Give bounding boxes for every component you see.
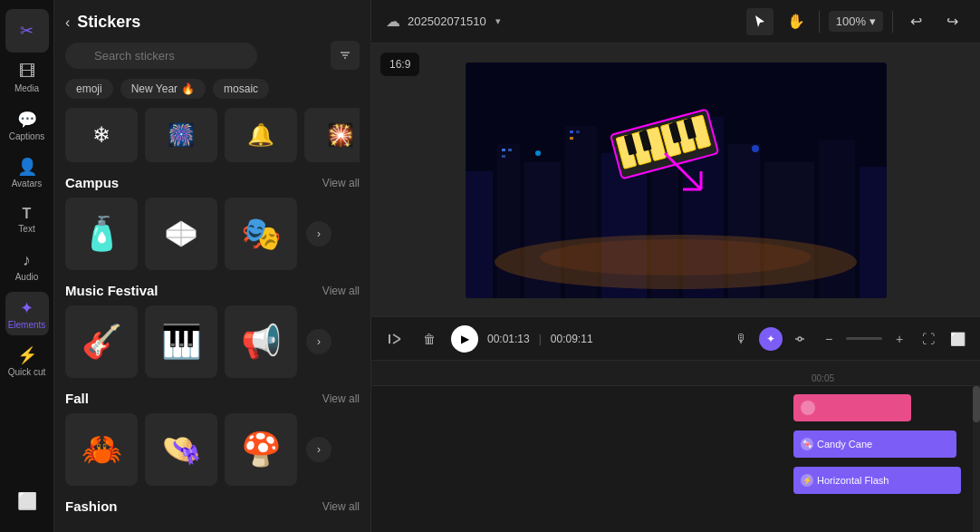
nav-item-quickcut[interactable]: ⚡ Quick cut xyxy=(5,339,49,382)
music-sticker-2[interactable]: 🎹 xyxy=(145,305,217,378)
undo-button[interactable]: ↩ xyxy=(902,8,929,35)
timeline-scrollbar-thumb[interactable] xyxy=(973,386,980,422)
avatars-icon: 👤 xyxy=(17,157,37,177)
captions-icon: 💬 xyxy=(17,110,37,130)
campus-view-all[interactable]: View all xyxy=(322,177,360,189)
nav-item-audio[interactable]: ♪ Audio xyxy=(5,245,49,288)
mic-button[interactable]: 🎙 xyxy=(730,327,754,351)
sticker-top-2[interactable]: 🎆 xyxy=(145,108,217,162)
split-tool-button[interactable] xyxy=(382,326,408,352)
nav-item-media[interactable]: 🎞 Media xyxy=(5,56,49,100)
subtitle-toggle-button[interactable]: ⬜ xyxy=(946,327,969,351)
svg-rect-25 xyxy=(508,149,512,151)
panel-title: Stickers xyxy=(77,13,140,32)
fall-sticker-3[interactable]: 🍄 xyxy=(225,413,297,486)
campus-stickers: 🧴 🎭 › xyxy=(65,198,360,270)
top-toolbar: ☁ 202502071510 ▾ ✋ 100% ▾ ↩ ↪ xyxy=(371,0,980,44)
candy-icon: 🍬 xyxy=(801,438,813,450)
main-area: ☁ 202502071510 ▾ ✋ 100% ▾ ↩ ↪ 16:9 xyxy=(371,0,980,532)
zoom-minus-button[interactable]: − xyxy=(817,327,841,351)
music-sticker-1[interactable]: 🎸 xyxy=(65,305,138,378)
fall-sticker-2[interactable]: 👒 xyxy=(145,413,217,486)
delete-button[interactable]: 🗑 xyxy=(417,326,442,352)
fall-title: Fall xyxy=(65,391,89,406)
toolbar-left: ☁ 202502071510 ▾ xyxy=(386,13,501,30)
nav-item-captions[interactable]: 💬 Captions xyxy=(5,103,49,147)
tag-emoji[interactable]: emoji xyxy=(65,79,113,99)
zoom-control[interactable]: 100% ▾ xyxy=(829,11,883,32)
flash-icon: ⚡ xyxy=(801,474,813,487)
play-button[interactable]: ▶ xyxy=(451,325,478,353)
section-music-header: Music Festival View all xyxy=(65,283,360,298)
tag-mosaic[interactable]: mosaic xyxy=(213,79,269,99)
current-time: 00:01:13 xyxy=(487,333,530,345)
candy-cane-clip[interactable]: 🍬 Candy Cane xyxy=(793,430,956,458)
fall-next-button[interactable]: › xyxy=(306,437,331,462)
svg-rect-24 xyxy=(502,149,505,151)
tag-new-year[interactable]: New Year 🔥 xyxy=(120,79,206,99)
text-icon: T xyxy=(23,206,32,222)
upload-icon[interactable]: ☁ xyxy=(386,13,400,30)
campus-sticker-3[interactable]: 🎭 xyxy=(225,198,297,270)
timeline-ruler: 00:05 00:10 00:20 xyxy=(371,361,980,386)
fall-sticker-1[interactable]: 🦀 xyxy=(65,413,138,486)
section-fall-header: Fall View all xyxy=(65,391,360,406)
playback-bar: 🗑 ▶ 00:01:13 | 00:09:11 🎙 ✦ − + ⛶ ⬜ xyxy=(371,316,980,360)
sticker-top-1[interactable]: ❄ xyxy=(65,108,138,162)
back-button[interactable]: ‹ xyxy=(65,15,70,31)
zoom-plus-button[interactable]: + xyxy=(888,327,911,351)
svg-point-21 xyxy=(535,150,541,156)
section-campus: Campus View all 🧴 🎭 › xyxy=(65,175,360,270)
panel-header: ‹ Stickers xyxy=(54,0,370,41)
redo-button[interactable]: ↪ xyxy=(938,8,966,35)
horizontal-flash-clip[interactable]: ⚡ Horizontal Flash xyxy=(793,467,961,494)
track-content-video xyxy=(793,394,980,421)
timeline-tracks: 🍬 Candy Cane ⚡ Horizontal Flash xyxy=(371,386,980,532)
nav-item-text[interactable]: T Text xyxy=(5,198,49,241)
search-input[interactable] xyxy=(65,43,257,69)
svg-line-48 xyxy=(393,334,400,339)
project-dropdown-icon[interactable]: ▾ xyxy=(495,15,501,27)
timeline-scrollbar[interactable] xyxy=(973,386,980,532)
svg-line-49 xyxy=(393,339,400,343)
music-festival-stickers: 🎸 🎹 📢 › xyxy=(65,305,360,378)
nav-logo[interactable]: ✂ xyxy=(5,9,49,53)
top-sticker-row: ❄ 🎆 🔔 🎇 xyxy=(65,108,360,162)
fashion-view-all[interactable]: View all xyxy=(322,500,360,513)
svg-point-23 xyxy=(752,145,759,152)
city-background xyxy=(466,63,887,298)
table-row: ⚡ Horizontal Flash xyxy=(371,464,980,497)
nav-item-avatars[interactable]: 👤 Avatars xyxy=(5,150,49,194)
music-next-button[interactable]: › xyxy=(306,329,331,354)
music-sticker-3[interactable]: 📢 xyxy=(225,305,297,378)
video-preview xyxy=(466,63,887,298)
scissors-icon: ✂ xyxy=(20,21,34,41)
project-name: 202502071510 xyxy=(408,15,486,28)
nav-item-elements[interactable]: ✦ Elements xyxy=(5,292,49,335)
filter-button[interactable] xyxy=(331,41,360,70)
fullscreen-button[interactable]: ⛶ xyxy=(917,327,940,351)
pointer-tool-button[interactable] xyxy=(746,8,773,35)
campus-next-button[interactable]: › xyxy=(306,221,331,247)
music-festival-view-all[interactable]: View all xyxy=(322,285,360,297)
video-clip[interactable] xyxy=(793,394,911,421)
toolbar-divider xyxy=(819,11,820,33)
fall-view-all[interactable]: View all xyxy=(322,392,360,405)
campus-sticker-1[interactable]: 🧴 xyxy=(65,198,138,270)
zoom-slider[interactable] xyxy=(846,337,882,340)
svg-point-20 xyxy=(540,239,812,276)
total-time: 00:09:11 xyxy=(551,333,593,345)
hand-tool-button[interactable]: ✋ xyxy=(783,8,810,35)
aspect-ratio-button[interactable]: 16:9 xyxy=(380,53,419,76)
campus-title: Campus xyxy=(65,175,119,190)
split-audio-button[interactable] xyxy=(788,327,812,351)
svg-rect-26 xyxy=(502,155,505,158)
music-festival-title: Music Festival xyxy=(65,283,159,298)
sticker-scroll: ❄ 🎆 🔔 🎇 Campus View all 🧴 xyxy=(54,108,370,532)
sticker-top-3[interactable]: 🔔 xyxy=(225,108,297,162)
sticker-top-4[interactable]: 🎇 xyxy=(304,108,360,162)
magic-button[interactable]: ✦ xyxy=(759,327,783,351)
nav-item-subtitles[interactable]: ⬜ xyxy=(5,479,49,523)
campus-sticker-2[interactable] xyxy=(145,198,217,270)
track-content-flash: ⚡ Horizontal Flash xyxy=(793,467,980,494)
